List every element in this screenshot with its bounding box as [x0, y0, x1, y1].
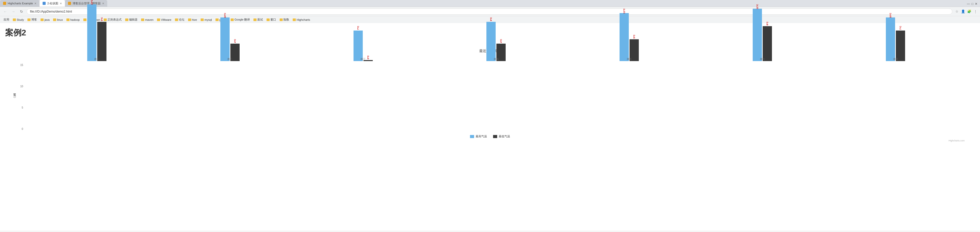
chart-legend: 最高气温 最低气温 [13, 135, 967, 138]
bookmark-label: mysql [204, 18, 212, 21]
bar-high-label: 11°C [623, 8, 625, 14]
bar-low-label: 7°C [899, 26, 902, 30]
folder-icon [27, 19, 30, 21]
folder-icon [157, 19, 160, 21]
bookmark-label: 论坛 [179, 18, 185, 22]
bar-low-label: 8°C [766, 22, 768, 25]
minimize-icon[interactable]: — [967, 2, 970, 6]
tab-close-button[interactable]: ✕ [60, 2, 62, 5]
x-axis-label: 周三 [297, 57, 430, 61]
y-axis-label: 15 [20, 64, 23, 67]
bar-high-label: 12°C [756, 4, 759, 9]
bar-high: 13°C [87, 4, 97, 61]
bar-high: 7°C [353, 30, 363, 61]
bars-pair: 9°C4°C [487, 22, 506, 61]
day-group: 9°C4°C [487, 22, 506, 61]
bookmark-label: Highcharts [297, 18, 310, 21]
back-button[interactable]: ← [2, 8, 8, 14]
tab-t1[interactable]: Highcharts Example✕ [0, 0, 40, 7]
bars-pair: 11°C5°C [620, 13, 639, 61]
bookmark-item[interactable]: mysql [199, 18, 213, 22]
top-bar: Highcharts Example✕2-柱状图✕博客后台管理 - 博客园✕ —… [0, 0, 980, 7]
bar-high: 12°C [753, 9, 762, 61]
bookmark-item[interactable]: Highcharts [291, 18, 312, 22]
legend-label-low: 最低气温 [499, 135, 510, 138]
day-group: 13°C9°C [87, 4, 107, 61]
day-group: 11°C5°C [620, 13, 639, 61]
y-axis-title: 温度(℃) [13, 94, 16, 98]
x-axis-label: 周四 [430, 57, 563, 61]
more-icon[interactable]: ⋮ [973, 9, 978, 14]
bookmark-label: linux [57, 18, 63, 21]
bookmark-item[interactable]: 面试 [252, 17, 264, 22]
bars-pair: 7°C0°C [353, 30, 373, 61]
day-group: 7°C0°C [353, 30, 373, 61]
folder-icon [83, 19, 86, 21]
bar-high-label: 7°C [357, 26, 360, 30]
tab-t2[interactable]: 2-柱状图✕ [40, 0, 65, 7]
bookmark-label: 面试 [257, 18, 263, 22]
day-group: 10°C4°C [220, 17, 240, 61]
bookmark-label: Study [17, 18, 24, 21]
bar-low-label: 4°C [500, 39, 502, 43]
url-input[interactable] [27, 8, 952, 14]
y-axis-label: 5 [22, 106, 23, 109]
bookmark-item[interactable]: 博客 [26, 17, 38, 22]
bookmark-icon[interactable]: ☆ [955, 9, 959, 14]
y-axis-label: 10 [20, 85, 23, 88]
bookmark-label: 窗口 [270, 18, 276, 22]
bookmark-item[interactable]: 编辑器 [124, 17, 139, 22]
folder-icon [215, 19, 219, 21]
bookmark-item[interactable]: hadoop [65, 18, 81, 22]
close-icon[interactable]: ✕ [975, 2, 977, 6]
legend-label-high: 最高气温 [476, 135, 487, 138]
bars-pair: 10°C7°C [886, 17, 905, 61]
maximize-icon[interactable]: □ [972, 2, 973, 6]
bookmark-label: hive [192, 18, 197, 21]
bookmark-item[interactable]: java [39, 18, 51, 22]
extensions-icon[interactable]: 🧩 [967, 9, 972, 14]
bookmark-label: 博客 [31, 18, 37, 22]
bookmark-label: 编辑器 [129, 18, 137, 22]
bookmark-item[interactable]: 论坛 [173, 17, 186, 22]
bookmark-item[interactable]: VMware [156, 18, 173, 22]
folder-icon [293, 19, 296, 21]
bookmark-item[interactable]: hive [186, 18, 199, 22]
address-bar: ← → ↻ ☆ 👤 🧩 ⋮ [0, 7, 980, 16]
tab-favicon [68, 2, 71, 5]
bookmark-item[interactable]: Study [11, 18, 25, 22]
bookmark-label: maven [145, 18, 153, 21]
folder-icon [141, 19, 144, 21]
x-axis-label: 周五 [563, 57, 696, 61]
legend-item-high: 最高气温 [470, 135, 487, 138]
forward-button[interactable]: → [10, 8, 16, 14]
bookmark-label: hadoop [70, 18, 80, 21]
profile-icon[interactable]: 👤 [961, 9, 966, 14]
bookmark-item[interactable]: 窗口 [265, 17, 278, 22]
bar-low: 8°C [763, 26, 772, 61]
bookmark-item[interactable]: 险数 [278, 17, 291, 22]
chart-container: 最近一周气温 温度(℃) 051015 13°C9°C10°C4°C7°C0°C… [5, 44, 975, 152]
day-group: 10°C7°C [886, 17, 905, 61]
bar-high: 9°C [487, 22, 496, 61]
bar-high: 10°C [220, 17, 230, 61]
tab-close-button[interactable]: ✕ [34, 2, 37, 5]
reload-button[interactable]: ↻ [19, 8, 25, 14]
bars-pair: 13°C9°C [87, 4, 107, 61]
bookmark-item[interactable]: maven [140, 18, 155, 22]
bookmark-label: VMware [161, 18, 171, 21]
folder-icon [253, 19, 256, 21]
bar-low: 9°C [97, 22, 107, 61]
legend-color-high [470, 135, 474, 138]
bookmark-item[interactable]: linux [52, 18, 64, 22]
folder-icon [200, 19, 204, 21]
y-axis: 051015 [18, 64, 25, 130]
folder-icon [41, 19, 44, 21]
highcharts-watermark: Highcharts.com [13, 139, 967, 142]
bar-low-label: 5°C [633, 35, 635, 38]
bookmark-label: 险数 [283, 18, 289, 22]
folder-icon [53, 19, 56, 21]
bar-high: 11°C [620, 13, 629, 61]
bookmark-label: java [45, 18, 49, 21]
bookmark-item[interactable]: 应用 [2, 17, 11, 22]
